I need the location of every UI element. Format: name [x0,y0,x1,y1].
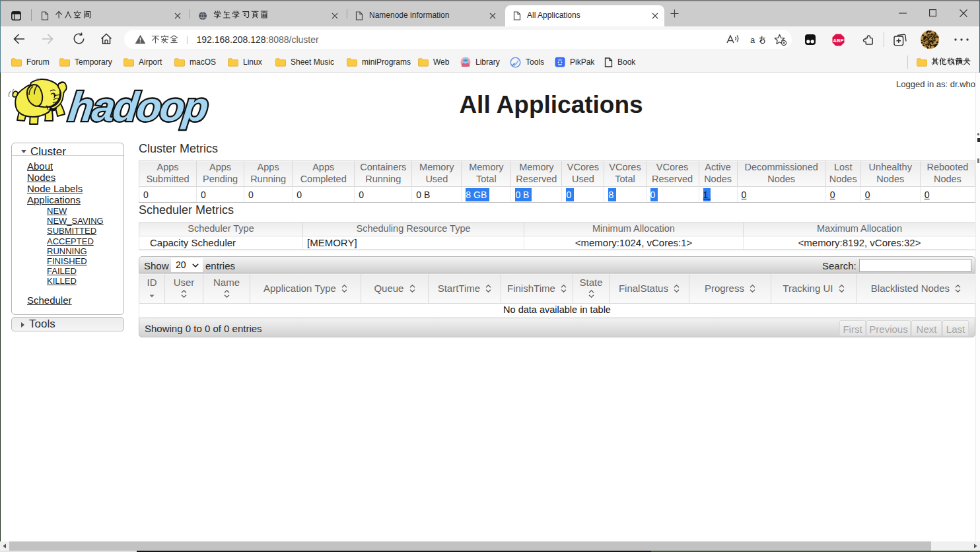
svg-text:a: a [750,35,755,45]
svg-text:ABP: ABP [833,38,844,44]
svg-text:hadoop: hadoop [66,84,210,129]
